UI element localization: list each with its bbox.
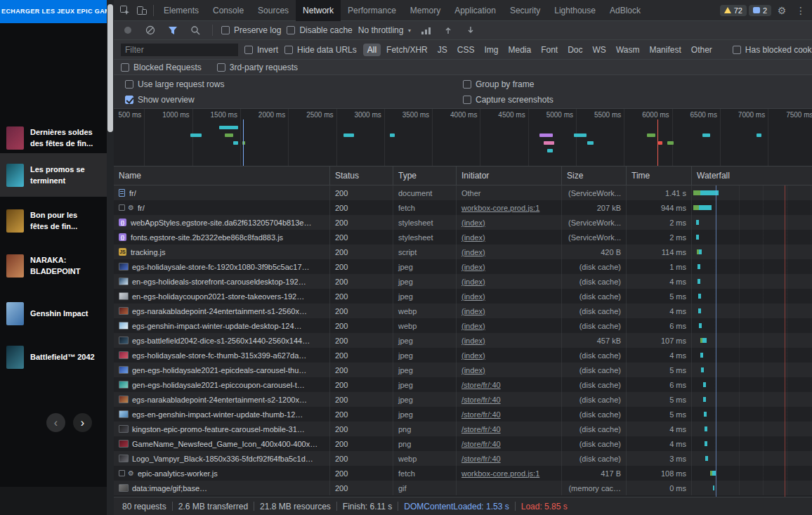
filter-category-fetch-xhr[interactable]: Fetch/XHR [382, 44, 432, 56]
tab-application[interactable]: Application [447, 0, 503, 21]
hide-data-urls-checkbox[interactable]: Hide data URLs [284, 45, 357, 55]
use-large-request-rows-checkbox[interactable]: Use large request rows [125, 79, 463, 89]
network-request-row[interactable]: egs-narakabladepoint-24entertainment-s1-… [114, 304, 812, 318]
filter-category-css[interactable]: CSS [453, 44, 479, 56]
export-har-icon[interactable] [462, 22, 479, 39]
request-initiator[interactable]: (index) [461, 233, 485, 242]
show-overview-checkbox[interactable]: Show overview [125, 95, 463, 105]
tab-sources[interactable]: Sources [251, 0, 296, 21]
filter-category-js[interactable]: JS [433, 44, 452, 56]
request-initiator[interactable]: (index) [461, 307, 485, 315]
column-header-status[interactable]: Status [330, 167, 393, 185]
tab-console[interactable]: Console [206, 0, 251, 21]
tab-performance[interactable]: Performance [341, 0, 403, 21]
tab-network[interactable]: Network [296, 0, 341, 21]
request-initiator[interactable]: /store/fr/:40 [461, 440, 501, 448]
featured-game-item[interactable]: NARAKA:BLADEPOINT [0, 247, 107, 284]
filter-input[interactable] [121, 44, 238, 56]
network-request-row[interactable]: egs-genshin-impact-winter-update-desktop… [114, 318, 812, 333]
network-request-row[interactable]: {}fonts.egstore-site.2b2322ebe868c8fad88… [114, 230, 812, 245]
preserve-log-checkbox[interactable]: Preserve log [221, 25, 281, 35]
network-request-row[interactable]: egs-holidaysale-store-fc-thumb-315x399-a… [114, 348, 812, 363]
group-by-frame-checkbox[interactable]: Group by frame [463, 79, 801, 89]
throttling-select[interactable]: No throttling ▼ [358, 25, 412, 35]
request-initiator[interactable]: workbox-core.prod.js:1 [461, 469, 539, 478]
issues-badge[interactable]: 2 [749, 5, 771, 16]
settings-gear-icon[interactable]: ⚙ [773, 2, 790, 19]
network-request-row[interactable]: JStracking.js200script(index)420 B114 ms [114, 245, 812, 259]
tab-adblock[interactable]: AdBlock [603, 0, 648, 21]
network-request-row[interactable]: en-egs-holideals-storefront-carouseldesk… [114, 274, 812, 289]
request-initiator[interactable]: /store/fr/:40 [461, 455, 501, 463]
has-blocked-cookies-checkbox[interactable]: Has blocked cookies [733, 45, 812, 55]
network-conditions-icon[interactable] [417, 22, 434, 39]
network-request-row[interactable]: ⚙epic-analytics-worker.js200fetchworkbox… [114, 466, 812, 481]
request-initiator[interactable]: (index) [461, 322, 485, 330]
filter-category-wasm[interactable]: Wasm [612, 44, 644, 56]
blocked-requests-checkbox[interactable]: Blocked Requests [121, 63, 202, 72]
search-icon[interactable] [187, 22, 204, 39]
request-initiator[interactable]: (index) [461, 292, 485, 301]
request-initiator[interactable]: (index) [461, 366, 485, 374]
request-initiator[interactable]: (index) [461, 248, 485, 256]
network-request-row[interactable]: GameName_Newsfeed_Game_Icon_400x400-400x… [114, 436, 812, 451]
column-header-waterfall[interactable]: Waterfall [692, 167, 812, 185]
device-toolbar-icon[interactable] [133, 2, 150, 19]
featured-game-item[interactable]: Les promos seterminent [0, 153, 107, 197]
request-initiator[interactable]: (index) [461, 351, 485, 360]
request-initiator[interactable]: /store/fr/:40 [461, 396, 501, 404]
request-initiator[interactable]: /store/fr/:40 [461, 381, 501, 389]
clear-network-log-button[interactable] [142, 22, 159, 39]
featured-game-item[interactable]: Bon pour lesfêtes de fin... [0, 202, 107, 239]
capture-screenshots-checkbox[interactable]: Capture screenshots [463, 95, 801, 105]
request-initiator[interactable]: workbox-core.prod.js:1 [461, 204, 539, 212]
network-request-row[interactable]: egs-holidaysale-store-fc-1920x1080-3f9b5… [114, 259, 812, 274]
invert-checkbox[interactable]: Invert [244, 45, 278, 55]
tab-elements[interactable]: Elements [157, 0, 206, 21]
network-request-row[interactable]: egs-en-genshin-impact-winter-update-thum… [114, 407, 812, 422]
network-request-row[interactable]: kingston-epic-promo-feature-carousel-mob… [114, 422, 812, 436]
column-header-time[interactable]: Time [627, 167, 692, 185]
column-header-type[interactable]: Type [393, 167, 457, 185]
filter-toggle-icon[interactable] [164, 22, 181, 39]
network-request-row[interactable]: data:image/gif;base…200gif(memory cac…0 … [114, 481, 812, 495]
filter-category-doc[interactable]: Doc [563, 44, 587, 56]
filter-category-manifest[interactable]: Manifest [645, 44, 685, 56]
network-overview-timeline[interactable]: 500 ms1000 ms1500 ms2000 ms2500 ms3000 m… [114, 109, 812, 167]
request-initiator[interactable]: (index) [461, 263, 485, 271]
tab-lighthouse[interactable]: Lighthouse [547, 0, 603, 21]
filter-category-ws[interactable]: WS [589, 44, 610, 56]
carousel-prev-button[interactable]: ‹ [46, 413, 65, 432]
request-initiator[interactable]: (index) [461, 219, 485, 227]
filter-category-font[interactable]: Font [537, 44, 562, 56]
network-request-row[interactable]: ⚙fr/200fetchworkbox-core.prod.js:1207 kB… [114, 200, 812, 215]
tab-security[interactable]: Security [503, 0, 547, 21]
column-header-initiator[interactable]: Initiator [457, 167, 562, 185]
network-request-row[interactable]: en-egs-holidaycoupon2021-store-takeovers… [114, 289, 812, 304]
more-options-icon[interactable]: ⋮ [792, 2, 809, 19]
column-header-size[interactable]: Size [562, 167, 627, 185]
network-request-row[interactable]: Logo_Vampyr_Black-1850x336-5fdcf92f64fba… [114, 451, 812, 466]
request-initiator[interactable]: (index) [461, 278, 485, 286]
network-request-row[interactable]: gen-egs-holidaysale2021-epiccoupon-carou… [114, 377, 812, 392]
network-request-row[interactable]: egs-battlefield2042-dice-s1-2560x1440-25… [114, 333, 812, 348]
carousel-next-button[interactable]: › [73, 413, 92, 432]
filter-category-img[interactable]: Img [480, 44, 502, 56]
network-request-row[interactable]: fr/200documentOther(ServiceWork...1.41 s [114, 185, 812, 200]
inspect-element-icon[interactable] [117, 2, 133, 19]
page-scrollbar[interactable] [107, 0, 114, 515]
featured-game-item[interactable]: Battlefield™ 2042 [0, 341, 107, 372]
filter-category-all[interactable]: All [363, 44, 381, 56]
network-request-row[interactable]: egs-narakabladepoint-24entertainment-s2-… [114, 392, 812, 407]
import-har-icon[interactable] [440, 22, 457, 39]
record-network-log-button[interactable] [119, 22, 136, 39]
warnings-badge[interactable]: 72 [720, 5, 747, 16]
request-initiator[interactable]: /store/fr/:40 [461, 425, 501, 433]
filter-category-media[interactable]: Media [504, 44, 535, 56]
network-request-row[interactable]: gen-egs-holidaysale2021-epicdeals-carous… [114, 363, 812, 377]
scrollbar-thumb[interactable] [107, 4, 113, 132]
third-party-requests-checkbox[interactable]: 3rd-party requests [217, 63, 298, 72]
request-initiator[interactable]: /store/fr/:40 [461, 410, 501, 419]
disable-cache-checkbox[interactable]: Disable cache [287, 25, 352, 35]
tab-memory[interactable]: Memory [403, 0, 447, 21]
